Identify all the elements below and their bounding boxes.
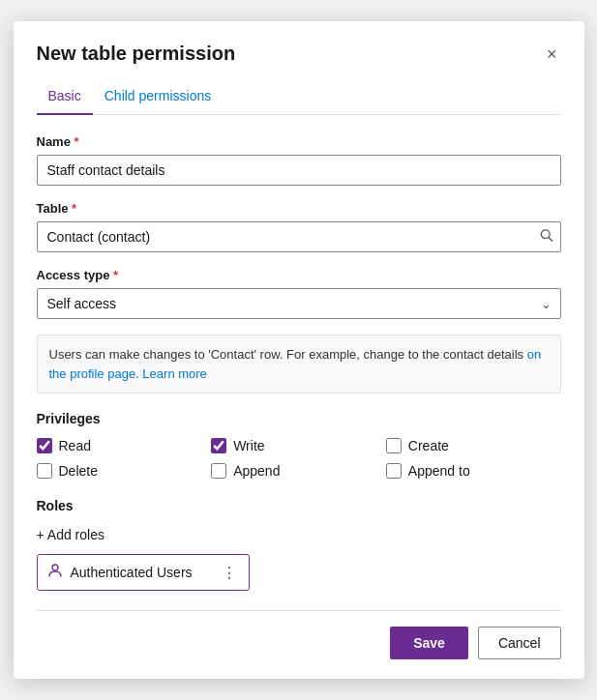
privilege-append-label: Append — [233, 463, 280, 479]
table-search-wrap — [37, 221, 561, 252]
tab-child-permissions[interactable]: Child permissions — [93, 80, 223, 115]
role-chip-left: Authenticated Users — [47, 563, 193, 582]
access-type-label: Access type — [37, 268, 561, 282]
checkbox-append[interactable] — [211, 463, 226, 479]
tab-basic[interactable]: Basic — [37, 80, 93, 115]
svg-line-1 — [549, 238, 552, 242]
table-input[interactable] — [37, 221, 561, 252]
roles-label: Roles — [37, 498, 561, 513]
privilege-append-to-label: Append to — [408, 463, 470, 479]
name-label: Name — [37, 134, 561, 149]
privilege-delete-label: Delete — [59, 463, 98, 479]
checkbox-delete[interactable] — [37, 463, 52, 479]
privilege-create-label: Create — [408, 438, 449, 453]
new-table-permission-dialog: New table permission × Basic Child permi… — [14, 21, 584, 679]
privilege-read-label: Read — [59, 438, 91, 453]
roles-section: Roles + Add roles Authenticated Users ⋮ — [37, 498, 561, 591]
table-search-icon[interactable] — [540, 229, 553, 246]
checkbox-create[interactable] — [386, 438, 402, 453]
checkbox-read[interactable] — [37, 438, 52, 453]
dialog-title: New table permission — [37, 43, 236, 65]
access-type-select-wrap: Self access Global access Deep access Lo… — [37, 288, 561, 319]
role-chip-authenticated-users: Authenticated Users ⋮ — [37, 554, 250, 591]
svg-point-2 — [52, 565, 58, 570]
privilege-delete[interactable]: Delete — [37, 463, 212, 479]
access-type-group: Access type Self access Global access De… — [37, 268, 561, 319]
info-link-learn-more[interactable]: Learn more — [142, 366, 206, 381]
info-box: Users can make changes to 'Contact' row.… — [37, 335, 561, 394]
close-button[interactable]: × — [543, 44, 561, 65]
info-text: Users can make changes to 'Contact' row.… — [49, 347, 527, 362]
dialog-header: New table permission × — [37, 43, 561, 65]
dialog-footer: Save Cancel — [37, 610, 561, 659]
privilege-write-label: Write — [233, 438, 264, 453]
role-menu-button[interactable]: ⋮ — [220, 564, 239, 582]
name-group: Name — [37, 134, 561, 186]
privileges-label: Privileges — [37, 411, 561, 426]
tabs-bar: Basic Child permissions — [37, 80, 561, 115]
privileges-grid: Read Write Create Delete Append Append t… — [37, 438, 561, 479]
privileges-group: Privileges Read Write Create Delete Appe… — [37, 411, 561, 479]
role-user-icon — [47, 563, 63, 582]
checkbox-write[interactable] — [211, 438, 226, 453]
add-roles-button[interactable]: + Add roles — [37, 525, 104, 544]
privilege-append[interactable]: Append — [211, 463, 386, 479]
privilege-append-to[interactable]: Append to — [386, 463, 561, 479]
save-button[interactable]: Save — [390, 627, 468, 659]
privilege-create[interactable]: Create — [386, 438, 561, 453]
privilege-write[interactable]: Write — [211, 438, 386, 453]
role-chip-label: Authenticated Users — [71, 565, 193, 580]
checkbox-append-to[interactable] — [386, 463, 402, 479]
privilege-read[interactable]: Read — [37, 438, 212, 453]
cancel-button[interactable]: Cancel — [478, 627, 561, 659]
name-input[interactable] — [37, 155, 561, 186]
table-group: Table — [37, 201, 561, 252]
access-type-select[interactable]: Self access Global access Deep access Lo… — [37, 288, 561, 319]
table-label: Table — [37, 201, 561, 216]
